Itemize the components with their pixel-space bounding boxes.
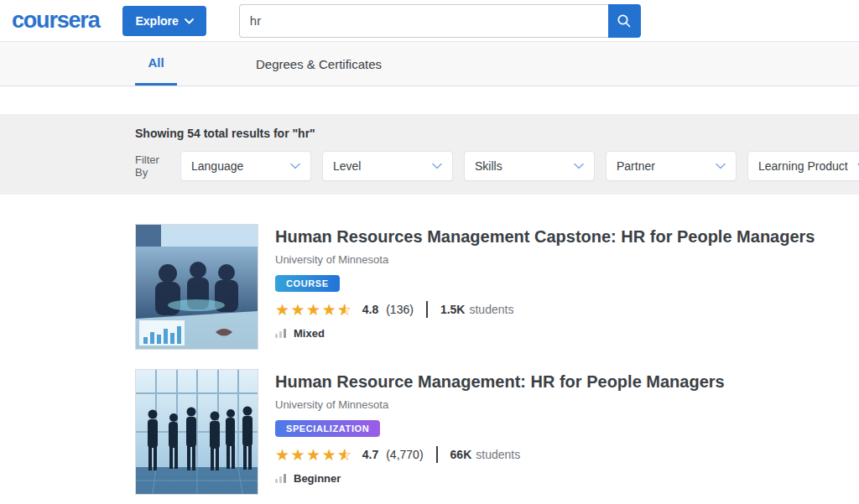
half-star-icon: ☆★ — [337, 447, 353, 463]
spacer — [0, 86, 859, 114]
tab-degrees-certificates[interactable]: Degrees & Certificates — [256, 42, 382, 86]
course-title[interactable]: Human Resources Management Capstone: HR … — [275, 226, 815, 247]
filter-language-dropdown[interactable]: Language — [180, 151, 311, 181]
search-results-list: Human Resources Management Capstone: HR … — [0, 195, 859, 495]
students-count: 66K — [450, 448, 472, 461]
course-card: Human Resources Management Capstone: HR … — [135, 224, 859, 350]
star-icon: ★ — [322, 301, 338, 319]
divider — [426, 301, 428, 318]
star-rating-icons: ★★★★☆★ — [275, 302, 353, 318]
students-label: students — [469, 303, 513, 316]
star-icon: ★ — [322, 446, 338, 464]
search-icon — [617, 13, 632, 29]
star-icon: ★ — [275, 446, 291, 464]
course-info: Human Resource Management: HR for People… — [275, 369, 725, 495]
header: coursera Explore — [0, 0, 859, 42]
course-thumbnail[interactable] — [135, 224, 258, 350]
results-summary: Showing 54 total results for "hr" — [135, 127, 859, 140]
coursera-search-page: coursera Explore All Degrees & Certifica… — [0, 0, 859, 495]
students-label: students — [476, 448, 520, 461]
results-header: Showing 54 total results for "hr" Filter… — [0, 114, 859, 195]
chevron-down-icon — [290, 163, 300, 169]
course-info: Human Resources Management Capstone: HR … — [275, 224, 815, 350]
course-type-badge: SPECIALIZATION — [275, 420, 380, 437]
star-icon: ★ — [291, 301, 307, 319]
course-type-badge: COURSE — [275, 275, 340, 292]
level-label: Mixed — [294, 327, 325, 340]
level-row: Mixed — [275, 327, 815, 340]
course-partner: University of Minnesota — [275, 398, 725, 411]
chevron-down-icon — [432, 163, 442, 169]
filter-skills-dropdown[interactable]: Skills — [464, 151, 595, 181]
filter-partner-dropdown[interactable]: Partner — [606, 151, 737, 181]
course-card: Human Resource Management: HR for People… — [135, 369, 859, 495]
search-tabs: All Degrees & Certificates — [0, 42, 859, 86]
rating-value: 4.7 — [362, 448, 378, 461]
rating-count: (4,770) — [386, 448, 423, 461]
level-bars-icon — [275, 474, 286, 483]
level-row: Beginner — [275, 472, 725, 485]
chevron-down-icon — [716, 163, 726, 169]
students-count: 1.5K — [440, 303, 466, 316]
course-title[interactable]: Human Resource Management: HR for People… — [275, 371, 725, 392]
course-thumbnail[interactable] — [135, 369, 258, 495]
half-star-icon: ☆★ — [337, 302, 353, 318]
star-icon: ★ — [275, 301, 291, 319]
star-icon: ★ — [291, 446, 307, 464]
filter-level-label: Level — [333, 159, 361, 173]
filter-level-dropdown[interactable]: Level — [322, 151, 453, 181]
rating-row: ★★★★☆★ 4.7 (4,770) 66K students — [275, 446, 725, 463]
tab-all[interactable]: All — [135, 42, 177, 86]
filter-row: Filter By Language Level Skills Partner … — [135, 151, 859, 181]
explore-button[interactable]: Explore — [122, 6, 206, 36]
search-bar — [239, 4, 641, 38]
rating-value: 4.8 — [362, 303, 378, 316]
filter-by-label: Filter By — [135, 153, 173, 179]
chevron-down-icon — [185, 18, 194, 24]
rating-row: ★★★★☆★ 4.8 (136) 1.5K students — [275, 301, 815, 318]
filter-learning-product-label: Learning Product — [758, 159, 848, 173]
search-button[interactable] — [608, 4, 641, 38]
filter-language-label: Language — [191, 159, 243, 173]
star-icon: ★ — [306, 301, 322, 319]
course-partner: University of Minnesota — [275, 253, 815, 266]
coursera-logo[interactable]: coursera — [12, 8, 99, 34]
search-input[interactable] — [239, 4, 608, 38]
star-rating-icons: ★★★★☆★ — [275, 447, 353, 463]
divider — [436, 446, 438, 463]
explore-label: Explore — [135, 14, 178, 28]
filter-learning-product-dropdown[interactable]: Learning Product — [747, 151, 859, 181]
level-label: Beginner — [294, 472, 341, 485]
rating-count: (136) — [386, 303, 414, 316]
filter-partner-label: Partner — [617, 159, 655, 173]
filter-skills-label: Skills — [475, 159, 502, 173]
level-bars-icon — [275, 329, 286, 338]
star-icon: ★ — [306, 446, 322, 464]
chevron-down-icon — [574, 163, 584, 169]
